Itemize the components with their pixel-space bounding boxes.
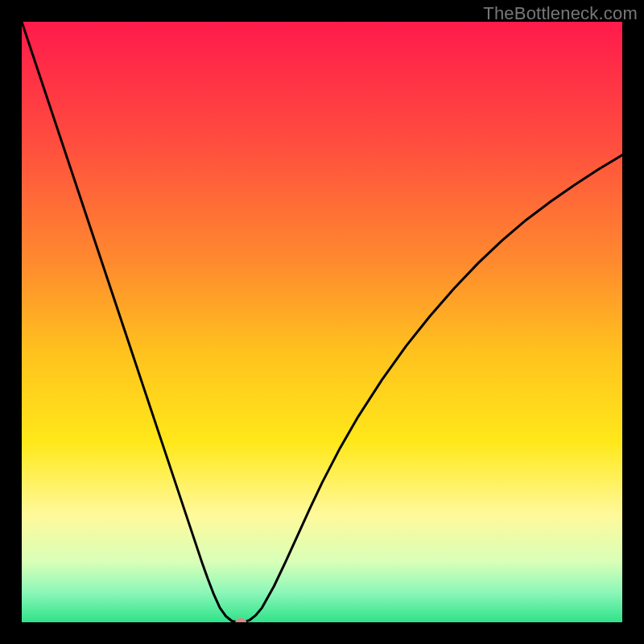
chart-frame [22,22,622,622]
watermark-text: TheBottleneck.com [483,3,638,24]
bottleneck-chart [22,22,622,622]
chart-background [22,22,622,622]
